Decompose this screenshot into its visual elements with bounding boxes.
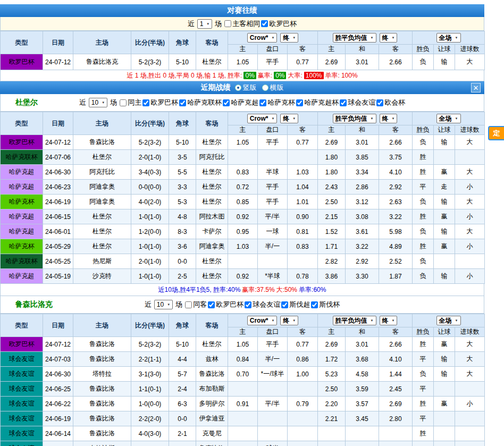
checkbox[interactable] xyxy=(311,301,318,308)
checkbox[interactable] xyxy=(376,99,383,106)
sub-column-header: 客 xyxy=(379,125,413,135)
scope-select[interactable]: 全场▼ xyxy=(436,316,461,325)
column-header: 客场 xyxy=(196,31,228,54)
final-avg-select[interactable]: 终▼ xyxy=(380,316,398,325)
select-wrap: 胜平负均值▼终▼ xyxy=(318,33,411,43)
handicap-result: 赢 xyxy=(434,397,455,411)
filter-checkbox[interactable]: 同主 xyxy=(120,98,141,107)
checkbox-label: 欧罗巴杯 xyxy=(150,98,178,107)
avg-odds-select[interactable]: 胜平负均值▼ xyxy=(333,114,376,123)
checkbox[interactable] xyxy=(224,20,231,27)
select-wrap: 全场▼ xyxy=(413,316,484,325)
filter-checkbox[interactable]: 哈萨克杯 xyxy=(259,98,295,107)
radio-icon[interactable] xyxy=(235,85,241,91)
layout-radio[interactable]: 竖版 xyxy=(235,83,257,92)
filter-checkbox[interactable]: 球会友谊 xyxy=(245,300,280,309)
checkbox[interactable] xyxy=(208,301,215,308)
final-odds-select[interactable]: 终▼ xyxy=(280,316,298,325)
filter-checkbox[interactable]: 斯伐杯 xyxy=(311,300,340,309)
checkbox[interactable] xyxy=(281,301,288,308)
sub-column-header: 主 xyxy=(228,45,258,54)
checkbox[interactable] xyxy=(142,99,149,106)
filter-checkbox[interactable]: 欧罗巴杯 xyxy=(208,300,243,309)
final-avg-select[interactable]: 终▼ xyxy=(380,33,398,43)
team2-count-select[interactable]: 10▼ xyxy=(154,300,173,309)
league-badge: 哈萨克超 xyxy=(1,224,43,239)
filter-checkbox[interactable]: 斯伐超 xyxy=(281,300,310,309)
scope-select[interactable]: 全场▼ xyxy=(436,114,461,123)
select-value: 胜平负均值 xyxy=(335,34,367,41)
ah-handicap: 平/半 xyxy=(258,397,288,411)
checkbox-label: 哈萨克超杯 xyxy=(304,98,339,107)
column-header: 客场 xyxy=(196,112,228,135)
checkbox[interactable] xyxy=(340,99,347,106)
scope-select[interactable]: 全场▼ xyxy=(436,33,461,43)
league-badge: 哈萨克联杯 xyxy=(1,254,43,269)
radio-icon[interactable] xyxy=(262,85,268,91)
filter-checkbox[interactable]: 欧罗巴杯 xyxy=(261,19,297,29)
eu-home-odds: 2.50 xyxy=(318,382,346,397)
match-date: 24-07-06 xyxy=(43,150,73,165)
ah-handicap: 半/一 xyxy=(258,239,288,254)
eu-draw-odds: 4.58 xyxy=(346,367,379,382)
eu-draw-odds: 3.01 xyxy=(346,135,379,150)
summary-text: 大率: xyxy=(288,71,302,80)
home-team: 布拉迪斯 xyxy=(73,441,131,446)
filter-checkbox[interactable]: 主客相同 xyxy=(224,19,260,29)
away-team: 阿拉木图 xyxy=(196,209,228,224)
bookmaker-select[interactable]: Crow*▼ xyxy=(247,33,278,43)
header-select-group: 胜平负均值▼终▼ xyxy=(318,31,413,45)
final-avg-select[interactable]: 终▼ xyxy=(380,114,398,123)
match-score: 5-2(3-2) xyxy=(131,135,169,150)
checkbox[interactable] xyxy=(223,99,230,106)
column-header: 主场 xyxy=(73,314,131,337)
checkbox[interactable] xyxy=(185,301,192,308)
ah-away-odds: 0.78 xyxy=(288,269,318,284)
avg-odds-select[interactable]: 胜平负均值▼ xyxy=(333,316,376,325)
sub-column-header: 主 xyxy=(228,125,258,135)
sub-column-header: 让球 xyxy=(434,125,455,135)
corners: 2-1 xyxy=(169,426,196,441)
bookmaker-select[interactable]: Crow*▼ xyxy=(247,114,278,123)
ah-handicap xyxy=(258,150,288,165)
checkbox[interactable] xyxy=(261,20,268,27)
header-select-group: 胜平负均值▼终▼ xyxy=(318,314,413,327)
team1-count-select[interactable]: 10▼ xyxy=(89,98,107,107)
layout-radio[interactable]: 横版 xyxy=(262,83,284,92)
header-select-group: Crow*▼终▼ xyxy=(228,31,318,45)
filter-checkbox[interactable]: 欧罗巴杯 xyxy=(142,98,178,107)
bookmaker-select[interactable]: Crow*▼ xyxy=(247,316,278,325)
match-result: 胜 xyxy=(413,165,434,180)
filter-checkbox[interactable]: 哈萨克超杯 xyxy=(296,98,339,107)
checkbox[interactable] xyxy=(245,301,251,308)
handicap-result: 赢 xyxy=(434,209,455,224)
team2-table: 类型日期主场比分(半场)角球客场Crow*▼终▼胜平负均值▼终▼全场▼主盘口客主… xyxy=(0,314,485,446)
eu-away-odds: 2.45 xyxy=(379,382,413,397)
checkbox[interactable] xyxy=(259,99,266,106)
match-result: 负 xyxy=(413,54,434,70)
eu-draw-odds: 3.57 xyxy=(346,397,379,411)
match-score: 2-2(2-0) xyxy=(131,411,169,426)
match-result: 胜 xyxy=(413,150,434,165)
checkbox[interactable] xyxy=(120,99,127,106)
team1-summary: 近10场,胜4平1负5, 胜率:40%赢率:37.5%大:50%单率:60% xyxy=(0,284,484,296)
final-odds-select[interactable]: 终▼ xyxy=(280,114,298,123)
close-icon[interactable]: ✕ xyxy=(471,83,481,92)
summary-text: 胜率: xyxy=(228,71,242,80)
filter-checkbox[interactable]: 哈萨克联杯 xyxy=(179,98,222,107)
goals-result: 大 xyxy=(455,195,485,209)
checkbox[interactable] xyxy=(179,99,186,106)
sub-column-header: 进球数 xyxy=(455,45,485,54)
checkbox-label: 斯伐超 xyxy=(289,300,310,309)
checkbox[interactable] xyxy=(296,99,303,106)
ah-home-odds xyxy=(228,254,258,269)
filter-checkbox[interactable]: 哈萨克超 xyxy=(223,98,258,107)
filter-checkbox[interactable]: 欧会杯 xyxy=(376,98,405,107)
filter-checkbox[interactable]: 球会友谊 xyxy=(340,98,375,107)
avg-odds-select[interactable]: 胜平负均值▼ xyxy=(333,33,376,43)
h2h-count-select[interactable]: 1▼ xyxy=(197,19,213,29)
final-odds-select[interactable]: 终▼ xyxy=(280,33,298,43)
home-team: 阿迪拿奥 xyxy=(73,195,131,209)
filter-checkbox[interactable]: 同客 xyxy=(185,300,207,309)
customize-tab[interactable]: 定 xyxy=(488,126,504,140)
